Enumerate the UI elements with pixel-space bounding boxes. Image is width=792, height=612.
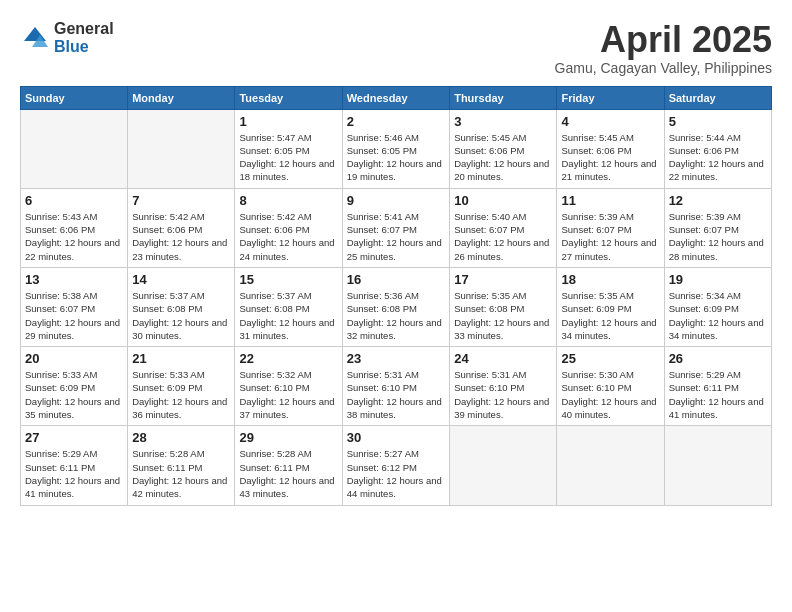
calendar-day-cell: 7Sunrise: 5:42 AMSunset: 6:06 PMDaylight… [128, 188, 235, 267]
calendar-day-cell: 29Sunrise: 5:28 AMSunset: 6:11 PMDayligh… [235, 426, 342, 505]
day-info: Sunrise: 5:35 AMSunset: 6:09 PMDaylight:… [561, 289, 659, 342]
day-number: 26 [669, 351, 767, 366]
calendar-day-cell [128, 109, 235, 188]
day-number: 22 [239, 351, 337, 366]
calendar-week-row: 1Sunrise: 5:47 AMSunset: 6:05 PMDaylight… [21, 109, 772, 188]
calendar-day-cell: 28Sunrise: 5:28 AMSunset: 6:11 PMDayligh… [128, 426, 235, 505]
calendar-day-cell: 10Sunrise: 5:40 AMSunset: 6:07 PMDayligh… [450, 188, 557, 267]
location-title: Gamu, Cagayan Valley, Philippines [555, 60, 772, 76]
day-info: Sunrise: 5:45 AMSunset: 6:06 PMDaylight:… [561, 131, 659, 184]
day-info: Sunrise: 5:28 AMSunset: 6:11 PMDaylight:… [132, 447, 230, 500]
calendar-week-row: 20Sunrise: 5:33 AMSunset: 6:09 PMDayligh… [21, 347, 772, 426]
day-info: Sunrise: 5:28 AMSunset: 6:11 PMDaylight:… [239, 447, 337, 500]
day-info: Sunrise: 5:33 AMSunset: 6:09 PMDaylight:… [132, 368, 230, 421]
day-info: Sunrise: 5:38 AMSunset: 6:07 PMDaylight:… [25, 289, 123, 342]
calendar-day-cell: 18Sunrise: 5:35 AMSunset: 6:09 PMDayligh… [557, 267, 664, 346]
day-number: 18 [561, 272, 659, 287]
calendar-day-cell: 17Sunrise: 5:35 AMSunset: 6:08 PMDayligh… [450, 267, 557, 346]
weekday-header: Sunday [21, 86, 128, 109]
logo-general: General [54, 20, 114, 38]
logo: General Blue [20, 20, 114, 55]
day-info: Sunrise: 5:44 AMSunset: 6:06 PMDaylight:… [669, 131, 767, 184]
calendar-day-cell: 8Sunrise: 5:42 AMSunset: 6:06 PMDaylight… [235, 188, 342, 267]
calendar-week-row: 27Sunrise: 5:29 AMSunset: 6:11 PMDayligh… [21, 426, 772, 505]
month-title: April 2025 [555, 20, 772, 60]
calendar-day-cell: 9Sunrise: 5:41 AMSunset: 6:07 PMDaylight… [342, 188, 449, 267]
day-number: 7 [132, 193, 230, 208]
calendar-header-row: SundayMondayTuesdayWednesdayThursdayFrid… [21, 86, 772, 109]
calendar-day-cell: 3Sunrise: 5:45 AMSunset: 6:06 PMDaylight… [450, 109, 557, 188]
title-block: April 2025 Gamu, Cagayan Valley, Philipp… [555, 20, 772, 76]
calendar-day-cell: 6Sunrise: 5:43 AMSunset: 6:06 PMDaylight… [21, 188, 128, 267]
calendar-day-cell: 12Sunrise: 5:39 AMSunset: 6:07 PMDayligh… [664, 188, 771, 267]
logo-blue: Blue [54, 38, 114, 56]
day-info: Sunrise: 5:29 AMSunset: 6:11 PMDaylight:… [25, 447, 123, 500]
day-info: Sunrise: 5:33 AMSunset: 6:09 PMDaylight:… [25, 368, 123, 421]
svg-marker-0 [24, 27, 46, 41]
calendar-day-cell: 15Sunrise: 5:37 AMSunset: 6:08 PMDayligh… [235, 267, 342, 346]
calendar-day-cell: 20Sunrise: 5:33 AMSunset: 6:09 PMDayligh… [21, 347, 128, 426]
day-number: 6 [25, 193, 123, 208]
day-info: Sunrise: 5:43 AMSunset: 6:06 PMDaylight:… [25, 210, 123, 263]
calendar-day-cell: 30Sunrise: 5:27 AMSunset: 6:12 PMDayligh… [342, 426, 449, 505]
day-info: Sunrise: 5:39 AMSunset: 6:07 PMDaylight:… [669, 210, 767, 263]
day-number: 11 [561, 193, 659, 208]
day-number: 13 [25, 272, 123, 287]
day-number: 8 [239, 193, 337, 208]
calendar-day-cell: 26Sunrise: 5:29 AMSunset: 6:11 PMDayligh… [664, 347, 771, 426]
calendar-day-cell: 23Sunrise: 5:31 AMSunset: 6:10 PMDayligh… [342, 347, 449, 426]
weekday-header: Friday [557, 86, 664, 109]
weekday-header: Thursday [450, 86, 557, 109]
day-number: 27 [25, 430, 123, 445]
day-info: Sunrise: 5:29 AMSunset: 6:11 PMDaylight:… [669, 368, 767, 421]
day-info: Sunrise: 5:45 AMSunset: 6:06 PMDaylight:… [454, 131, 552, 184]
calendar-day-cell: 2Sunrise: 5:46 AMSunset: 6:05 PMDaylight… [342, 109, 449, 188]
calendar-day-cell: 22Sunrise: 5:32 AMSunset: 6:10 PMDayligh… [235, 347, 342, 426]
day-number: 2 [347, 114, 445, 129]
calendar-day-cell: 24Sunrise: 5:31 AMSunset: 6:10 PMDayligh… [450, 347, 557, 426]
day-number: 19 [669, 272, 767, 287]
day-number: 10 [454, 193, 552, 208]
calendar-day-cell: 14Sunrise: 5:37 AMSunset: 6:08 PMDayligh… [128, 267, 235, 346]
calendar-day-cell: 25Sunrise: 5:30 AMSunset: 6:10 PMDayligh… [557, 347, 664, 426]
day-info: Sunrise: 5:31 AMSunset: 6:10 PMDaylight:… [454, 368, 552, 421]
day-number: 5 [669, 114, 767, 129]
calendar-day-cell: 5Sunrise: 5:44 AMSunset: 6:06 PMDaylight… [664, 109, 771, 188]
day-number: 9 [347, 193, 445, 208]
calendar-day-cell: 11Sunrise: 5:39 AMSunset: 6:07 PMDayligh… [557, 188, 664, 267]
day-info: Sunrise: 5:31 AMSunset: 6:10 PMDaylight:… [347, 368, 445, 421]
calendar-day-cell: 1Sunrise: 5:47 AMSunset: 6:05 PMDaylight… [235, 109, 342, 188]
calendar-day-cell: 4Sunrise: 5:45 AMSunset: 6:06 PMDaylight… [557, 109, 664, 188]
day-number: 16 [347, 272, 445, 287]
day-info: Sunrise: 5:47 AMSunset: 6:05 PMDaylight:… [239, 131, 337, 184]
day-number: 23 [347, 351, 445, 366]
calendar-day-cell [21, 109, 128, 188]
calendar-day-cell: 13Sunrise: 5:38 AMSunset: 6:07 PMDayligh… [21, 267, 128, 346]
day-info: Sunrise: 5:40 AMSunset: 6:07 PMDaylight:… [454, 210, 552, 263]
day-number: 30 [347, 430, 445, 445]
calendar-day-cell [450, 426, 557, 505]
logo-icon [20, 23, 50, 53]
day-info: Sunrise: 5:39 AMSunset: 6:07 PMDaylight:… [561, 210, 659, 263]
weekday-header: Saturday [664, 86, 771, 109]
day-info: Sunrise: 5:37 AMSunset: 6:08 PMDaylight:… [132, 289, 230, 342]
calendar-day-cell: 21Sunrise: 5:33 AMSunset: 6:09 PMDayligh… [128, 347, 235, 426]
day-number: 20 [25, 351, 123, 366]
day-number: 3 [454, 114, 552, 129]
day-info: Sunrise: 5:27 AMSunset: 6:12 PMDaylight:… [347, 447, 445, 500]
day-info: Sunrise: 5:36 AMSunset: 6:08 PMDaylight:… [347, 289, 445, 342]
calendar-day-cell: 19Sunrise: 5:34 AMSunset: 6:09 PMDayligh… [664, 267, 771, 346]
calendar-day-cell [557, 426, 664, 505]
day-info: Sunrise: 5:42 AMSunset: 6:06 PMDaylight:… [132, 210, 230, 263]
day-info: Sunrise: 5:42 AMSunset: 6:06 PMDaylight:… [239, 210, 337, 263]
day-info: Sunrise: 5:46 AMSunset: 6:05 PMDaylight:… [347, 131, 445, 184]
day-number: 4 [561, 114, 659, 129]
day-number: 21 [132, 351, 230, 366]
day-number: 28 [132, 430, 230, 445]
calendar-day-cell [664, 426, 771, 505]
weekday-header: Tuesday [235, 86, 342, 109]
day-number: 24 [454, 351, 552, 366]
day-number: 15 [239, 272, 337, 287]
calendar-day-cell: 16Sunrise: 5:36 AMSunset: 6:08 PMDayligh… [342, 267, 449, 346]
weekday-header: Wednesday [342, 86, 449, 109]
